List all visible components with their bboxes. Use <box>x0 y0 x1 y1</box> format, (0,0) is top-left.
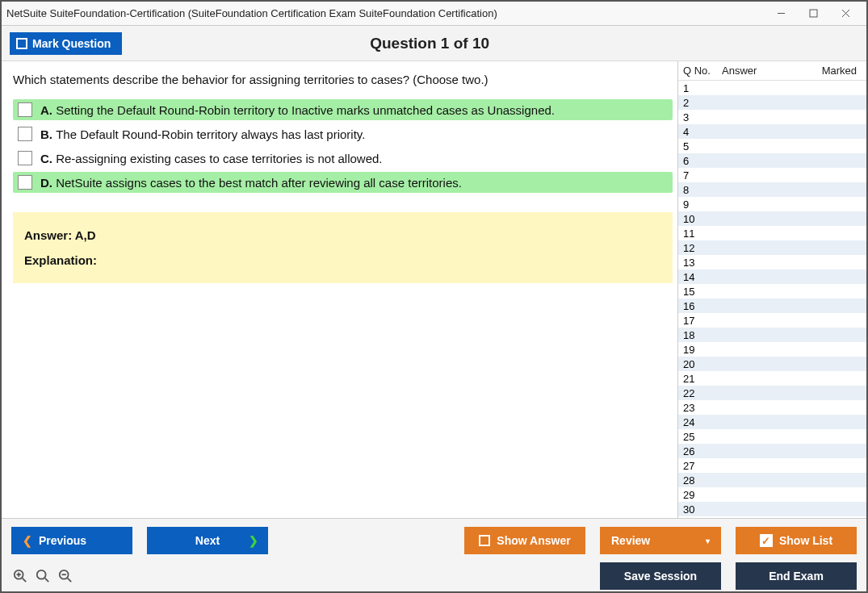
save-session-button[interactable]: Save Session <box>600 562 721 590</box>
checkbox-icon <box>16 38 27 49</box>
choice-checkbox[interactable] <box>18 102 32 117</box>
question-list-row[interactable]: 5 <box>678 139 866 153</box>
show-answer-button[interactable]: Show Answer <box>464 527 585 554</box>
window-title: NetSuite SuiteFoundation-Certification (… <box>6 7 765 19</box>
question-list-row[interactable]: 14 <box>678 269 866 284</box>
question-number: 29 <box>683 489 722 501</box>
question-list-row[interactable]: 29 <box>678 487 866 502</box>
question-list-row[interactable]: 24 <box>678 415 866 429</box>
question-list-row[interactable]: 25 <box>678 429 866 444</box>
question-number: 5 <box>683 140 722 152</box>
mark-question-button[interactable]: Mark Question <box>10 32 122 55</box>
review-dropdown[interactable]: Review ▾ <box>600 527 721 554</box>
svg-line-9 <box>45 578 49 583</box>
choice-row[interactable]: D. NetSuite assigns cases to the best ma… <box>13 172 673 193</box>
question-number: 10 <box>683 213 722 225</box>
question-number: 17 <box>683 315 722 327</box>
question-number: 11 <box>683 228 722 240</box>
question-header: Mark Question Question 1 of 10 <box>2 26 866 61</box>
zoom-reset-button[interactable] <box>34 567 52 585</box>
show-list-button[interactable]: ✓ Show List <box>736 527 857 554</box>
question-number: 6 <box>683 155 722 167</box>
question-list-row[interactable]: 8 <box>678 182 866 197</box>
zoom-in-button[interactable] <box>11 567 29 585</box>
question-number: 18 <box>683 329 722 341</box>
question-list-row[interactable]: 30 <box>678 502 866 516</box>
window-minimize-button[interactable] <box>765 3 797 24</box>
checkbox-icon <box>479 535 490 546</box>
svg-point-8 <box>37 570 46 579</box>
question-list-row[interactable]: 12 <box>678 240 866 255</box>
question-number: 28 <box>683 474 722 487</box>
question-list-row[interactable]: 21 <box>678 371 866 386</box>
choice-row[interactable]: C. Re-assigning existing cases to case t… <box>13 148 673 169</box>
question-list-row[interactable]: 3 <box>678 110 866 124</box>
question-list-row[interactable]: 2 <box>678 95 866 110</box>
question-number: 22 <box>683 387 722 399</box>
question-list-row[interactable]: 23 <box>678 400 866 415</box>
show-list-label: Show List <box>779 534 832 547</box>
choice-row[interactable]: A. Setting the Default Round-Robin terri… <box>13 99 673 120</box>
question-number: 14 <box>683 271 722 283</box>
question-counter: Question 1 of 10 <box>122 35 737 52</box>
choice-text: C. Re-assigning existing cases to case t… <box>40 152 383 165</box>
question-list-row[interactable]: 17 <box>678 313 866 328</box>
question-list-row[interactable]: 10 <box>678 211 866 226</box>
question-list-row[interactable]: 13 <box>678 255 866 269</box>
question-list[interactable]: 1234567891011121314151617181920212223242… <box>678 81 866 518</box>
question-list-row[interactable]: 28 <box>678 473 866 487</box>
question-text: Which statements describe the behavior f… <box>13 73 673 86</box>
zoom-controls <box>11 567 74 585</box>
question-number: 26 <box>683 445 722 457</box>
question-number: 27 <box>683 460 722 472</box>
chevron-right-icon: ❯ <box>249 534 258 547</box>
question-list-row[interactable]: 16 <box>678 299 866 313</box>
choice-checkbox[interactable] <box>18 127 32 141</box>
col-header-answer: Answer <box>722 65 815 77</box>
window-maximize-button[interactable] <box>797 3 829 24</box>
question-list-row[interactable]: 15 <box>678 284 866 299</box>
end-exam-button[interactable]: End Exam <box>736 562 857 590</box>
choice-checkbox[interactable] <box>18 175 32 190</box>
question-number: 4 <box>683 126 722 138</box>
question-list-row[interactable]: 11 <box>678 226 866 240</box>
question-list-row[interactable]: 19 <box>678 342 866 357</box>
choice-checkbox[interactable] <box>18 151 32 165</box>
question-number: 25 <box>683 431 722 443</box>
footer-row-1: ❮ Previous Next ❯ Show Answer Review ▾ ✓… <box>11 527 857 554</box>
choices-list: A. Setting the Default Round-Robin terri… <box>13 99 673 193</box>
choice-text: D. NetSuite assigns cases to the best ma… <box>40 176 462 190</box>
question-number: 1 <box>683 82 722 94</box>
main-area: Which statements describe the behavior f… <box>2 61 866 519</box>
question-list-row[interactable]: 6 <box>678 153 866 168</box>
explanation-label: Explanation: <box>24 253 661 267</box>
question-list-row[interactable]: 27 <box>678 458 866 473</box>
previous-button[interactable]: ❮ Previous <box>11 527 132 554</box>
answer-box: Answer: A,D Explanation: <box>13 212 673 283</box>
question-list-row[interactable]: 26 <box>678 444 866 458</box>
question-number: 12 <box>683 242 722 254</box>
question-list-row[interactable]: 7 <box>678 168 866 182</box>
zoom-out-button[interactable] <box>57 567 74 585</box>
svg-rect-1 <box>810 10 817 17</box>
question-list-row[interactable]: 18 <box>678 328 866 342</box>
choice-text: A. Setting the Default Round-Robin terri… <box>40 103 555 117</box>
question-list-panel: Q No. Answer Marked 12345678910111213141… <box>677 61 866 518</box>
col-header-qno: Q No. <box>683 65 722 77</box>
save-session-label: Save Session <box>624 570 697 583</box>
question-list-row[interactable]: 4 <box>678 124 866 139</box>
question-list-row[interactable]: 9 <box>678 197 866 211</box>
question-number: 21 <box>683 373 722 385</box>
choice-row[interactable]: B. The Default Round-Robin territory alw… <box>13 123 673 144</box>
question-number: 19 <box>683 344 722 356</box>
question-number: 16 <box>683 300 722 312</box>
question-list-row[interactable]: 20 <box>678 357 866 371</box>
end-exam-label: End Exam <box>769 570 824 583</box>
question-list-row[interactable]: 1 <box>678 81 866 95</box>
window-close-button[interactable] <box>829 3 862 24</box>
question-number: 15 <box>683 286 722 298</box>
next-button[interactable]: Next ❯ <box>147 527 268 554</box>
question-number: 9 <box>683 198 722 211</box>
col-header-marked: Marked <box>815 65 862 77</box>
question-list-row[interactable]: 22 <box>678 386 866 400</box>
